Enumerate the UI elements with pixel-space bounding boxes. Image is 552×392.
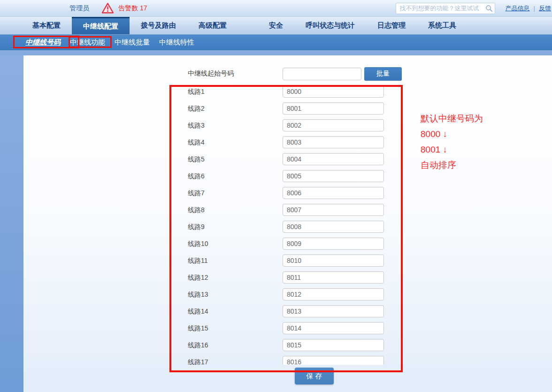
line-number-input[interactable] bbox=[283, 170, 384, 182]
line-row: 线路3 bbox=[188, 119, 408, 136]
line-row: 线路8 bbox=[188, 204, 408, 221]
batch-button[interactable]: 批量 bbox=[364, 67, 402, 81]
line-label: 线路10 bbox=[188, 238, 283, 250]
subnav-bottom-strip bbox=[0, 50, 552, 55]
tab-trunk-config[interactable]: 中继线配置 bbox=[72, 17, 130, 34]
function-search-box bbox=[396, 3, 495, 14]
line-label: 线路8 bbox=[188, 204, 283, 216]
line-number-input[interactable] bbox=[283, 136, 384, 148]
line-row: 线路9 bbox=[188, 221, 408, 238]
tab-basic-config[interactable]: 基本配置 bbox=[21, 17, 72, 34]
tab-log-mgmt[interactable]: 日志管理 bbox=[366, 17, 417, 34]
content-area: 中继线起始号码 批量 线路1线路2线路3线路4线路5线路6线路7线路8线路9线路… bbox=[0, 55, 552, 392]
tab-call-status[interactable]: 呼叫状态与统计 bbox=[294, 17, 366, 34]
alarm-count: 17 bbox=[140, 4, 147, 12]
line-number-input[interactable] bbox=[283, 238, 384, 250]
subnav-item-trunk-feature[interactable]: 中继线特性 bbox=[159, 38, 194, 47]
line-number-input[interactable] bbox=[283, 288, 384, 300]
line-row: 线路1 bbox=[188, 85, 408, 102]
line-number-input[interactable] bbox=[283, 254, 384, 267]
screen: 管理员 告警数 17 产品信息 | 反馈 基本配置中继线配置拨号及路由高级配置安… bbox=[0, 0, 552, 392]
line-label: 线路16 bbox=[188, 339, 283, 351]
line-row: 线路16 bbox=[188, 339, 408, 356]
main-nav: 基本配置中继线配置拨号及路由高级配置安全呼叫状态与统计日志管理系统工具 bbox=[0, 17, 552, 35]
line-label: 线路5 bbox=[188, 153, 283, 165]
line-row: 线路17 bbox=[188, 356, 408, 365]
line-row: 线路10 bbox=[188, 238, 408, 254]
line-number-list: 线路1线路2线路3线路4线路5线路6线路7线路8线路9线路10线路11线路12线… bbox=[188, 85, 408, 365]
line-label: 线路1 bbox=[188, 85, 283, 98]
admin-user-label: 管理员 bbox=[69, 4, 89, 13]
product-info-link[interactable]: 产品信息 bbox=[506, 4, 530, 13]
line-label: 线路13 bbox=[188, 288, 283, 300]
line-label: 线路14 bbox=[188, 305, 283, 317]
line-number-input[interactable] bbox=[283, 153, 384, 165]
line-number-input[interactable] bbox=[283, 271, 384, 284]
sub-nav: 中继线号码中继线功能中继线批量中继线特性 bbox=[0, 35, 552, 50]
alarm-warning-icon[interactable] bbox=[101, 2, 114, 14]
line-row: 线路12 bbox=[188, 271, 408, 288]
link-separator: | bbox=[534, 5, 535, 12]
line-number-input[interactable] bbox=[283, 85, 384, 98]
line-number-input[interactable] bbox=[283, 102, 384, 115]
start-number-row: 中继线起始号码 批量 bbox=[188, 67, 402, 81]
line-label: 线路11 bbox=[188, 254, 283, 267]
subnav-item-trunk-batch[interactable]: 中继线批量 bbox=[115, 38, 150, 47]
alarm-count-badge[interactable]: 告警数 17 bbox=[118, 4, 147, 13]
line-number-input[interactable] bbox=[283, 204, 384, 216]
subnav-item-trunk-function[interactable]: 中继线功能 bbox=[70, 38, 105, 47]
line-row: 线路2 bbox=[188, 102, 408, 119]
line-label: 线路6 bbox=[188, 170, 283, 182]
line-row: 线路4 bbox=[188, 136, 408, 153]
line-number-input[interactable] bbox=[283, 119, 384, 131]
start-number-label: 中继线起始号码 bbox=[188, 69, 283, 78]
feedback-link[interactable]: 反馈 bbox=[539, 4, 551, 13]
left-gutter bbox=[0, 55, 23, 392]
line-row: 线路14 bbox=[188, 305, 408, 322]
line-label: 线路9 bbox=[188, 221, 283, 233]
line-number-input[interactable] bbox=[283, 322, 384, 334]
alarm-label: 告警数 bbox=[118, 4, 138, 12]
tab-security[interactable]: 安全 bbox=[258, 17, 294, 34]
line-number-input[interactable] bbox=[283, 339, 384, 351]
line-row: 线路13 bbox=[188, 288, 408, 305]
line-number-input[interactable] bbox=[283, 356, 384, 365]
tab-system-tools[interactable]: 系统工具 bbox=[417, 17, 468, 34]
search-input[interactable] bbox=[396, 3, 495, 14]
line-number-input[interactable] bbox=[283, 221, 384, 233]
line-label: 线路12 bbox=[188, 271, 283, 284]
tab-dial-routing[interactable]: 拨号及路由 bbox=[130, 17, 187, 34]
line-label: 线路3 bbox=[188, 119, 283, 131]
line-row: 线路7 bbox=[188, 187, 408, 204]
trunk-number-panel: 中继线起始号码 批量 线路1线路2线路3线路4线路5线路6线路7线路8线路9线路… bbox=[23, 55, 552, 392]
topbar: 管理员 告警数 17 产品信息 | 反馈 bbox=[0, 0, 552, 17]
line-row: 线路11 bbox=[188, 254, 408, 271]
line-label: 线路4 bbox=[188, 136, 283, 148]
line-row: 线路5 bbox=[188, 153, 408, 170]
save-button[interactable]: 保 存 bbox=[295, 368, 334, 384]
line-label: 线路2 bbox=[188, 102, 283, 115]
line-row: 线路6 bbox=[188, 170, 408, 187]
start-number-input[interactable] bbox=[283, 68, 361, 80]
line-label: 线路17 bbox=[188, 356, 283, 365]
tab-advanced[interactable]: 高级配置 bbox=[187, 17, 238, 34]
line-label: 线路7 bbox=[188, 187, 283, 199]
line-number-input[interactable] bbox=[283, 187, 384, 199]
line-label: 线路15 bbox=[188, 322, 283, 334]
line-number-input[interactable] bbox=[283, 305, 384, 317]
subnav-item-trunk-number[interactable]: 中继线号码 bbox=[25, 38, 61, 47]
line-row: 线路15 bbox=[188, 322, 408, 339]
search-icon[interactable] bbox=[485, 5, 493, 14]
